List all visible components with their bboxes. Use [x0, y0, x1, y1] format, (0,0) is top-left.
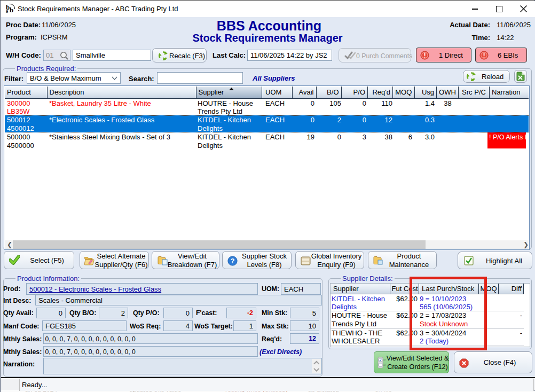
svg-text:?: ? — [231, 257, 235, 265]
